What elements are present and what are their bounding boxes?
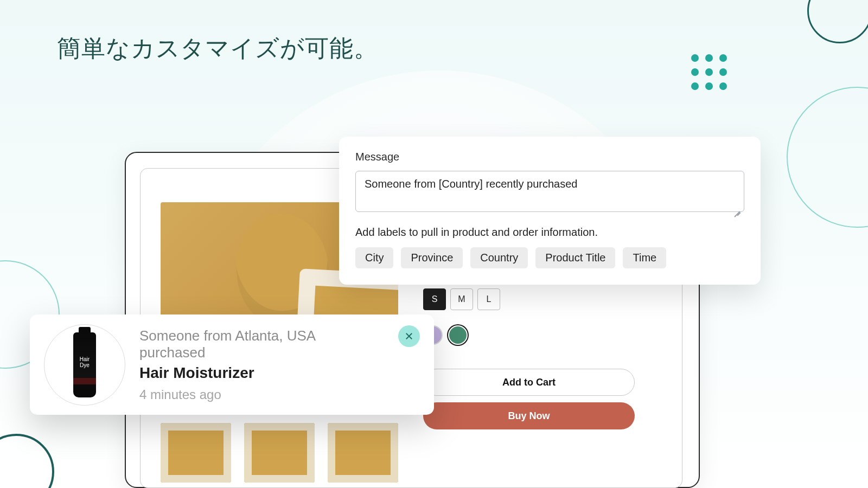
size-option-s[interactable]: S [423, 288, 446, 310]
chip-product-title[interactable]: Product Title [535, 247, 615, 268]
chip-city[interactable]: City [355, 247, 393, 268]
product-thumbnail[interactable] [244, 423, 315, 483]
decor-circle-top-right [807, 0, 868, 43]
decor-arc-right [787, 87, 868, 228]
message-textarea[interactable] [355, 171, 744, 212]
decor-circle-bottom-left [0, 434, 54, 488]
close-icon [404, 331, 414, 341]
notification-product-image [44, 324, 125, 406]
chip-time[interactable]: Time [623, 247, 666, 268]
purchase-buttons: Add to Cart Buy Now [423, 369, 635, 436]
size-option-m[interactable]: M [450, 288, 473, 310]
color-swatch-green[interactable] [448, 325, 468, 345]
chip-country[interactable]: Country [470, 247, 528, 268]
label-hint-text: Add labels to pull in product and order … [355, 226, 744, 239]
notification-timestamp: 4 minutes ago [139, 387, 384, 402]
buy-now-button[interactable]: Buy Now [423, 402, 635, 429]
label-chip-row: City Province Country Product Title Time [355, 247, 744, 268]
product-thumbnail-row [161, 423, 398, 483]
size-option-l[interactable]: L [477, 288, 500, 310]
textarea-resize-grip-icon[interactable] [733, 207, 741, 215]
notification-message-line: Someone from Atlanta, USA purchased [139, 328, 384, 361]
decor-dot-grid [691, 54, 727, 90]
chip-province[interactable]: Province [401, 247, 463, 268]
sales-notification-popup: Someone from Atlanta, USA purchased Hair… [30, 314, 434, 415]
message-field-label: Message [355, 151, 744, 163]
hair-dye-tube-icon [73, 332, 96, 397]
page-headline: 簡単なカスタマイズが可能。 [57, 33, 378, 65]
product-thumbnail[interactable] [161, 423, 231, 483]
notification-close-button[interactable] [398, 325, 420, 347]
message-editor-card: Message Add labels to pull in product an… [339, 137, 761, 285]
notification-product-title: Hair Moisturizer [139, 364, 384, 382]
product-thumbnail[interactable] [328, 423, 398, 483]
notification-body: Someone from Atlanta, USA purchased Hair… [139, 328, 384, 402]
add-to-cart-button[interactable]: Add to Cart [423, 369, 635, 396]
